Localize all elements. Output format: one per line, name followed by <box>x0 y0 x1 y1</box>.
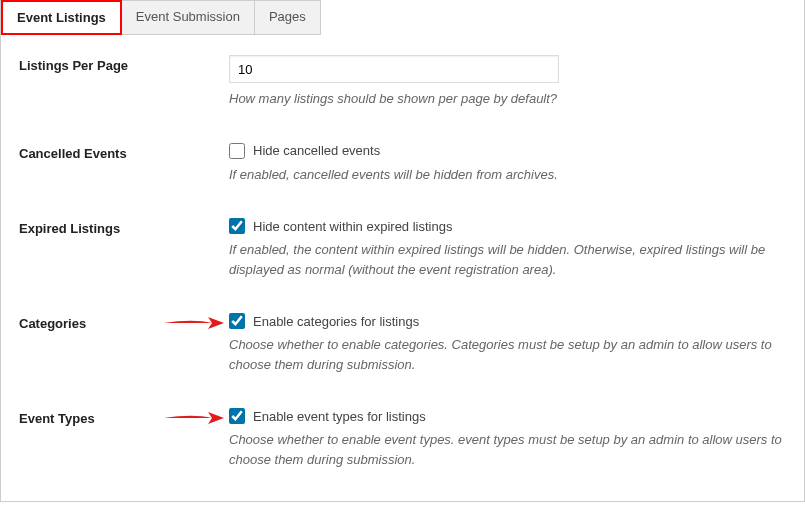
checkbox-label-categories: Enable categories for listings <box>253 314 419 329</box>
checkbox-label-event-types: Enable event types for listings <box>253 409 426 424</box>
checkbox-cancelled-events[interactable] <box>229 143 245 159</box>
label-event-types: Event Types <box>19 408 229 426</box>
tab-event-submission[interactable]: Event Submission <box>121 0 255 35</box>
label-cancelled-events: Cancelled Events <box>19 143 229 161</box>
description-expired-listings: If enabled, the content within expired l… <box>229 240 786 279</box>
checkbox-expired-listings[interactable] <box>229 218 245 234</box>
label-expired-listings: Expired Listings <box>19 218 229 236</box>
description-categories: Choose whether to enable categories. Cat… <box>229 335 786 374</box>
checkbox-label-expired-listings: Hide content within expired listings <box>253 219 452 234</box>
description-cancelled-events: If enabled, cancelled events will be hid… <box>229 165 786 185</box>
tab-event-listings[interactable]: Event Listings <box>1 0 122 35</box>
row-listings-per-page: Listings Per Page How many listings shou… <box>19 55 786 109</box>
settings-panel: Event Listings Event Submission Pages Li… <box>0 0 805 502</box>
label-categories: Categories <box>19 313 229 331</box>
checkbox-label-cancelled-events: Hide cancelled events <box>253 143 380 158</box>
row-event-types: Event Types Enable event types for listi… <box>19 408 786 469</box>
checkbox-categories[interactable] <box>229 313 245 329</box>
description-listings-per-page: How many listings should be shown per pa… <box>229 89 786 109</box>
row-expired-listings: Expired Listings Hide content within exp… <box>19 218 786 279</box>
tab-pages[interactable]: Pages <box>254 0 321 35</box>
row-cancelled-events: Cancelled Events Hide cancelled events I… <box>19 143 786 185</box>
label-listings-per-page: Listings Per Page <box>19 55 229 73</box>
checkbox-event-types[interactable] <box>229 408 245 424</box>
input-listings-per-page[interactable] <box>229 55 559 83</box>
settings-content: Listings Per Page How many listings shou… <box>1 35 804 501</box>
row-categories: Categories Enable categories for listing… <box>19 313 786 374</box>
description-event-types: Choose whether to enable event types. ev… <box>229 430 786 469</box>
tabs-bar: Event Listings Event Submission Pages <box>1 0 804 35</box>
